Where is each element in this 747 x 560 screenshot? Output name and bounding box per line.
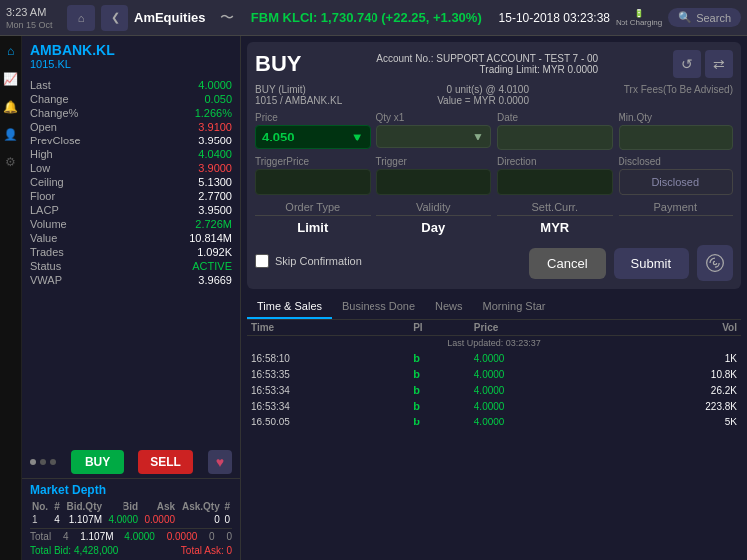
- disclosed-input[interactable]: Disclosed: [619, 169, 734, 195]
- price-qty-row: Price 4.050 ▼ Qty x1 ▼: [255, 112, 733, 150]
- order-type-label: Order Type: [255, 201, 371, 216]
- app-title: AmEquities: [134, 10, 214, 25]
- table-row: 16:53:34 b 4.0000 26.2K: [247, 382, 741, 398]
- skip-label: Skip Confirmation: [275, 255, 362, 267]
- col-vol: Vol: [604, 320, 741, 336]
- stock-name[interactable]: AMBANK.KL: [30, 42, 232, 58]
- col-price: Price: [470, 320, 604, 336]
- account-info: Account No.: SUPPORT ACCOUNT - TEST 7 - …: [376, 53, 598, 75]
- buy-button[interactable]: BUY: [71, 450, 124, 474]
- trigger-cell: Trigger: [376, 156, 492, 195]
- home-button[interactable]: ⌂: [67, 5, 95, 31]
- tabs-row: Time & Sales Business Done News Morning …: [247, 295, 741, 320]
- charging-status: 🔋 Not Charging: [616, 9, 662, 27]
- payment-label: Payment: [619, 201, 734, 216]
- tab-time-sales[interactable]: Time & Sales: [247, 295, 332, 319]
- min-qty-input[interactable]: [619, 125, 734, 150]
- qty-cell: Qty x1 ▼: [376, 112, 492, 150]
- high-row: High 4.0400: [30, 147, 232, 161]
- search-box[interactable]: 🔍 Search: [668, 8, 741, 27]
- sett-curr-label: Sett.Curr.: [497, 201, 613, 216]
- topbar: 3:23 AMMon 15 Oct ⌂ ❮ AmEquities 〜 FBM K…: [0, 0, 747, 36]
- dots: [30, 459, 56, 465]
- open-row: Open 3.9100: [30, 120, 232, 134]
- skip-confirmation-row: Skip Confirmation: [255, 254, 362, 268]
- prevclose-row: PrevClose 3.9500: [30, 134, 232, 147]
- separator: [30, 528, 232, 529]
- dot-2: [40, 459, 46, 465]
- min-qty-cell: Min.Qty: [619, 112, 734, 150]
- cancel-button[interactable]: Cancel: [529, 248, 605, 279]
- skip-checkbox[interactable]: [255, 254, 269, 268]
- direction-cell: Direction: [497, 156, 613, 195]
- trigger-row: TriggerPrice Trigger Direction Disclosed: [255, 156, 733, 195]
- lacp-row: LACP 3.9500: [30, 203, 232, 217]
- form-buttons: Cancel Submit: [529, 245, 733, 281]
- trigger-input[interactable]: [376, 169, 492, 195]
- table-row: 16:50:05 b 4.0000 5K: [247, 414, 741, 429]
- ts-table-body: 16:58:10 b 4.0000 1K 16:53:35 b 4.0000 1…: [247, 350, 741, 429]
- trigger-price-input[interactable]: [255, 169, 371, 195]
- table-row: 16:53:35 b 4.0000 10.8K: [247, 366, 741, 382]
- buy-form-icons: ↺ ⇄: [673, 50, 733, 78]
- col-bid: Bid: [104, 500, 140, 513]
- qty-input[interactable]: ▼: [376, 125, 492, 148]
- left-panel: ⌂ 📈 🔔 👤 ⚙ AMBANK.KL 1015.KL Last 4.0000: [0, 36, 241, 560]
- total-row: Total 4 1.107M 4.0000 0.0000 0 0: [30, 531, 232, 542]
- sell-button[interactable]: SELL: [138, 450, 193, 474]
- buy-title: BUY: [255, 51, 301, 77]
- nav-icon-notifications[interactable]: 🔔: [3, 100, 18, 114]
- col-pi: PI: [409, 320, 470, 336]
- stock-sub: 1015.KL: [30, 58, 232, 70]
- col-ask-qty: Ask.Qty: [177, 500, 222, 513]
- changepct-row: Change% 1.266%: [30, 106, 232, 120]
- date-input[interactable]: [497, 125, 613, 150]
- swap-button[interactable]: ⇄: [705, 50, 733, 78]
- price-input[interactable]: 4.050 ▼: [255, 125, 371, 149]
- validity-label: Validity: [376, 201, 492, 216]
- nav-icon-home[interactable]: ⌂: [7, 44, 14, 58]
- value-row: Value 10.814M: [30, 231, 232, 245]
- tab-business-done[interactable]: Business Done: [332, 295, 425, 319]
- action-row: BUY SELL ♥: [22, 446, 240, 478]
- back-button[interactable]: ❮: [101, 5, 128, 31]
- status-row: Status ACTIVE: [30, 259, 232, 273]
- right-panel: BUY Account No.: SUPPORT ACCOUNT - TEST …: [241, 36, 747, 560]
- disclosed-cell: Disclosed Disclosed: [619, 156, 734, 195]
- refresh-button[interactable]: ↺: [673, 50, 701, 78]
- submit-button[interactable]: Submit: [614, 248, 689, 279]
- order-values-row: Limit Day MYR: [255, 220, 733, 235]
- last-updated: Last Updated: 03:23:37: [247, 336, 741, 351]
- main-content: ⌂ 📈 🔔 👤 ⚙ AMBANK.KL 1015.KL Last 4.0000: [0, 36, 747, 560]
- stock-header: AMBANK.KL 1015.KL: [22, 36, 240, 74]
- col-bid-qty: Bid.Qty: [62, 500, 104, 513]
- low-row: Low 3.9000: [30, 161, 232, 175]
- direction-input[interactable]: [497, 169, 613, 195]
- tab-morning-star[interactable]: Morning Star: [473, 295, 556, 319]
- table-row: 16:58:10 b 4.0000 1K: [247, 350, 741, 366]
- nav-icon-person[interactable]: 👤: [3, 128, 18, 141]
- col-no: No.: [30, 500, 52, 513]
- payment-value: [619, 220, 734, 235]
- col-ask: Ask: [140, 500, 177, 513]
- fingerprint-button[interactable]: [697, 245, 733, 281]
- fbm-klci: FBM KLCI: 1,730.740 (+22.25, +1.30%): [240, 10, 493, 25]
- validity-value: Day: [376, 220, 492, 235]
- table-row: 16:53:34 b 4.0000 223.8K: [247, 398, 741, 414]
- floor-row: Floor 2.7700: [30, 189, 232, 203]
- total-bid-ask: Total Bid: 4,428,000 Total Ask: 0: [30, 545, 232, 556]
- vwap-row: VWAP 3.9669: [30, 273, 232, 287]
- time-sales-table: Time PI Price Vol Last Updated: 03:23:37…: [247, 320, 741, 429]
- buy-form-header: BUY Account No.: SUPPORT ACCOUNT - TEST …: [255, 50, 733, 78]
- buy-info: BUY (Limit) 1015 / AMBANK.KL 0 unit(s) @…: [255, 84, 733, 106]
- nav-icon-settings[interactable]: ⚙: [5, 155, 16, 169]
- trades-row: Trades 1.092K: [30, 245, 232, 259]
- last-row: Last 4.0000: [30, 78, 232, 92]
- tab-news[interactable]: News: [425, 295, 473, 319]
- watchlist-heart-button[interactable]: ♥: [208, 450, 232, 474]
- col-hash: #: [52, 500, 62, 513]
- sett-curr-value: MYR: [497, 220, 613, 235]
- change-row: Change 0.050: [30, 92, 232, 106]
- time-display: 3:23 AMMon 15 Oct: [6, 6, 61, 30]
- nav-icon-chart[interactable]: 📈: [3, 72, 18, 86]
